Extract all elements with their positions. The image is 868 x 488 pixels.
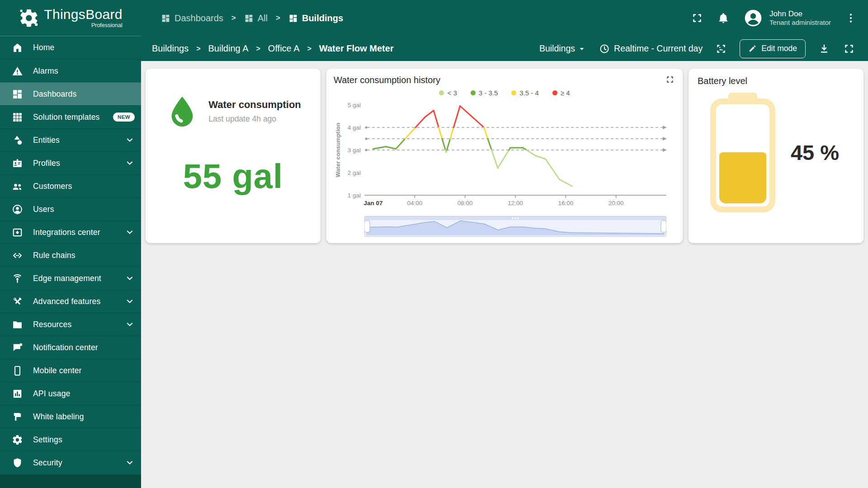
svg-text:5 gal: 5 gal — [348, 102, 361, 108]
edit-mode-button[interactable]: Edit mode — [740, 39, 806, 58]
battery-cap — [728, 93, 757, 99]
water-consumption-widget[interactable]: Water consumption Last update 4h ago 55 … — [146, 69, 321, 243]
breadcrumb-item-all[interactable]: All — [244, 13, 268, 23]
sidebar-item-notification-center[interactable]: Notification center — [0, 336, 141, 359]
sidebar-item-label: Home — [33, 43, 54, 52]
brand-edition: Professional — [91, 22, 123, 28]
legend-item-3-5-4[interactable]: 3.5 - 4 — [511, 89, 539, 97]
security-icon — [12, 457, 24, 469]
sidebar-item-label: Profiles — [33, 159, 60, 168]
sidebar-item-dashboards[interactable]: Dashboards — [0, 82, 141, 105]
user-role: Tenant administrator — [769, 19, 831, 27]
sidebar-item-integrations-center[interactable]: Integrations center — [0, 221, 141, 244]
svg-text:08:00: 08:00 — [458, 200, 473, 206]
legend-dot — [552, 90, 557, 95]
profiles-icon — [12, 157, 24, 169]
svg-text:2 gal: 2 gal — [348, 169, 361, 176]
water-consumption-value: 55 gal — [156, 156, 310, 196]
sidebar-item-home[interactable]: Home — [0, 36, 141, 59]
home-icon — [12, 42, 24, 54]
legend-dot — [471, 90, 476, 95]
sidebar-item-white-labeling[interactable]: White labeling — [0, 405, 141, 428]
sidebar-item-label: White labeling — [33, 412, 84, 422]
last-update-label: Last update 4h ago — [208, 114, 301, 124]
sidebar-item-partial[interactable] — [0, 474, 141, 488]
legend-item--3[interactable]: < 3 — [439, 89, 457, 97]
sidebar-item-rule-chains[interactable]: Rule chains — [0, 244, 141, 267]
widget-title: Water consumption — [208, 99, 301, 111]
chevron-down-icon — [125, 458, 135, 468]
sidebar-item-settings[interactable]: Settings — [0, 428, 141, 451]
sidebar-item-users[interactable]: Users — [0, 197, 141, 221]
pencil-icon — [748, 44, 757, 53]
legend-item-3-3-5[interactable]: 3 - 3.5 — [471, 89, 498, 97]
sidebar-item-resources[interactable]: Resources — [0, 313, 141, 336]
thingsboard-logo-icon — [19, 8, 39, 28]
sidebar-item-solution-templates[interactable]: Solution templates NEW — [0, 105, 141, 128]
notifications-bell-icon[interactable] — [717, 12, 730, 24]
dashboards-select[interactable]: Buildings — [539, 43, 587, 54]
sidebar-item-label: Solution templates — [33, 113, 100, 122]
user-menu[interactable]: John Doe Tenant administrator — [743, 8, 831, 28]
sidebar-item-label: Customers — [33, 182, 72, 191]
svg-text:3 gal: 3 gal — [348, 147, 361, 154]
integrations-center-icon — [12, 226, 24, 238]
dashboard-image-icon[interactable] — [715, 42, 727, 55]
clock-icon — [599, 43, 610, 54]
sidebar-item-customers[interactable]: Customers — [0, 174, 141, 197]
sidebar-item-entities[interactable]: Entities — [0, 128, 141, 151]
svg-text:Jan 07: Jan 07 — [363, 200, 382, 206]
more-menu-icon[interactable] — [844, 12, 857, 24]
sidebar-item-label: API usage — [33, 389, 71, 399]
widget-title: Water consumption history — [334, 75, 440, 85]
fullscreen-icon[interactable] — [691, 12, 703, 24]
notification-center-icon — [12, 342, 24, 353]
chart-legend: < 3 3 - 3.5 3.5 - 4 ≥ 4 — [334, 89, 675, 97]
sidebar-item-label: Advanced features — [33, 297, 100, 306]
dashboard-content: Water consumption Last update 4h ago 55 … — [141, 61, 868, 488]
state-item-building-a[interactable]: Building A — [208, 43, 249, 54]
thingsboard-logo[interactable]: ThingsBoard Professional — [0, 0, 141, 36]
dashboard-icon — [288, 14, 298, 23]
state-item-buildings[interactable]: Buildings — [152, 43, 189, 54]
sidebar-item-label: Edge management — [33, 274, 101, 283]
battery-fill — [719, 152, 766, 203]
chevron-down-icon — [125, 158, 135, 168]
solution-templates-icon — [12, 111, 24, 123]
sidebar: ThingsBoard Professional Home Alarms Das… — [0, 0, 141, 488]
sidebar-item-advanced-features[interactable]: Advanced features — [0, 290, 141, 313]
download-icon[interactable] — [818, 42, 830, 55]
breadcrumb-item-dashboards[interactable]: Dashboards — [161, 13, 223, 23]
sidebar-item-api-usage[interactable]: API usage — [0, 382, 141, 405]
sidebar-item-label: Notification center — [33, 343, 98, 352]
expand-widget-icon[interactable] — [665, 75, 675, 85]
sidebar-item-label: Rule chains — [33, 251, 75, 260]
breadcrumb-separator: > — [231, 14, 236, 23]
sidebar-item-profiles[interactable]: Profiles — [0, 151, 141, 174]
legend-dot — [439, 90, 444, 95]
sidebar-menu: Home Alarms Dashboards Solution template… — [0, 36, 141, 474]
chevron-down-icon — [125, 296, 135, 306]
sidebar-item-security[interactable]: Security — [0, 451, 141, 474]
chart-overview-slider[interactable] — [364, 216, 675, 239]
resources-icon — [12, 319, 24, 330]
sidebar-item-alarms[interactable]: Alarms — [0, 59, 141, 82]
brand-name: ThingsBoard — [44, 8, 122, 21]
sidebar-item-label: Users — [33, 205, 54, 214]
sidebar-item-label: Resources — [33, 320, 71, 329]
sidebar-item-mobile-center[interactable]: Mobile center — [0, 359, 141, 382]
state-item-office-a[interactable]: Office A — [268, 43, 300, 54]
edge-management-icon — [12, 272, 24, 284]
top-header: Dashboards > All > Buildings John Doe Te… — [141, 0, 868, 36]
chevron-down-icon — [125, 135, 135, 145]
legend-item--4[interactable]: ≥ 4 — [552, 89, 570, 97]
sidebar-item-edge-management[interactable]: Edge management — [0, 267, 141, 290]
water-history-widget[interactable]: Water consumption history < 3 3 - 3.5 3.… — [326, 69, 683, 243]
battery-level-widget[interactable]: Battery level 45 % — [689, 69, 863, 243]
fullscreen-dashboard-icon[interactable] — [843, 42, 855, 55]
sidebar-item-label: Settings — [33, 435, 62, 445]
breadcrumb-item-buildings[interactable]: Buildings — [288, 13, 343, 23]
dashboard-toolbar: Buildings>Building A>Office A>Water Flow… — [141, 36, 868, 61]
widget-title: Battery level — [698, 76, 747, 86]
timewindow-button[interactable]: Realtime - Current day — [599, 43, 703, 54]
